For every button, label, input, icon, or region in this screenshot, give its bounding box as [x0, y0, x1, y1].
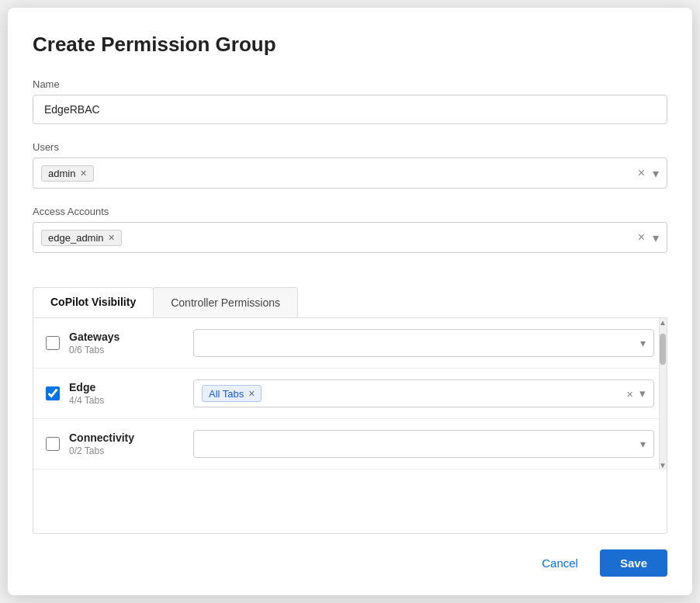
gateways-select-chevron: ▾: [640, 337, 646, 349]
tab-copilot-visibility[interactable]: CoPilot Visibility: [33, 287, 154, 317]
connectivity-info: Connectivity 0/2 Tabs: [69, 431, 162, 456]
tabs-section: CoPilot Visibility Controller Permission…: [33, 284, 667, 534]
edge-select[interactable]: All Tabs × × ▾: [193, 379, 654, 407]
account-tag-edge-admin: edge_admin ×: [41, 230, 122, 246]
permissions-scroll-area: Gateways 0/6 Tabs ▾ Edge 4/4 Tabs: [33, 318, 667, 470]
connectivity-checkbox[interactable]: [46, 437, 60, 451]
edge-tabs-count: 4/4 Tabs: [69, 395, 162, 406]
users-chevron-icon[interactable]: ▾: [653, 166, 659, 181]
gateways-name: Gateways: [69, 331, 162, 343]
connectivity-select[interactable]: ▾: [193, 430, 654, 458]
edge-info: Edge 4/4 Tabs: [69, 381, 162, 406]
access-accounts-select-actions: × ▾: [638, 230, 659, 245]
edge-tag-label: All Tabs: [209, 388, 244, 400]
gateways-select[interactable]: ▾: [193, 329, 654, 357]
scroll-down-arrow[interactable]: ▼: [659, 461, 667, 470]
tabs-row: CoPilot Visibility Controller Permission…: [33, 287, 667, 318]
permission-row-edge: Edge 4/4 Tabs All Tabs × × ▾: [33, 369, 667, 419]
user-tag-admin: admin ×: [41, 165, 94, 182]
tab-controller-permissions[interactable]: Controller Permissions: [153, 287, 298, 317]
gateways-tabs-count: 0/6 Tabs: [69, 345, 162, 355]
account-tag-label: edge_admin: [48, 232, 104, 244]
tab-content-copilot: Gateways 0/6 Tabs ▾ Edge 4/4 Tabs: [33, 318, 667, 534]
account-tag-remove[interactable]: ×: [109, 232, 115, 243]
name-label: Name: [33, 78, 667, 90]
access-clear-icon[interactable]: ×: [638, 230, 645, 244]
user-tag-remove[interactable]: ×: [80, 168, 86, 178]
users-multi-select[interactable]: admin × × ▾: [33, 158, 667, 189]
gateways-checkbox[interactable]: [46, 336, 60, 350]
connectivity-select-chevron: ▾: [640, 438, 646, 450]
create-permission-group-modal: Create Permission Group Name Users admin…: [8, 8, 692, 595]
save-button[interactable]: Save: [600, 549, 667, 577]
users-field-group: Users admin × × ▾: [33, 141, 667, 206]
modal-title: Create Permission Group: [33, 33, 667, 57]
edge-name: Edge: [69, 381, 162, 393]
permission-row-connectivity: Connectivity 0/2 Tabs ▾: [33, 419, 667, 470]
scroll-up-arrow[interactable]: ▲: [659, 318, 667, 327]
edge-all-tabs-tag: All Tabs ×: [202, 385, 262, 402]
users-clear-icon[interactable]: ×: [638, 166, 645, 180]
scroll-track: ▲ ▼: [659, 318, 667, 470]
access-accounts-label: Access Accounts: [33, 206, 667, 217]
modal-footer: Cancel Save: [33, 549, 667, 577]
scroll-thumb[interactable]: [660, 334, 666, 365]
gateways-info: Gateways 0/6 Tabs: [69, 331, 162, 355]
edge-select-clear[interactable]: ×: [626, 387, 633, 400]
edge-checkbox[interactable]: [46, 386, 60, 400]
access-accounts-field-group: Access Accounts edge_admin × × ▾: [33, 206, 667, 270]
users-label: Users: [33, 141, 667, 153]
name-field-group: Name: [33, 78, 667, 141]
edge-select-actions: × ▾: [626, 386, 646, 400]
connectivity-name: Connectivity: [69, 431, 162, 444]
permission-row-gateways: Gateways 0/6 Tabs ▾: [33, 318, 667, 369]
user-tag-label: admin: [48, 168, 75, 179]
access-chevron-icon[interactable]: ▾: [653, 230, 659, 245]
name-input[interactable]: [33, 95, 667, 124]
edge-select-chevron[interactable]: ▾: [639, 386, 646, 400]
edge-tag-remove[interactable]: ×: [248, 387, 255, 400]
cancel-button[interactable]: Cancel: [531, 550, 589, 576]
connectivity-tabs-count: 0/2 Tabs: [69, 445, 162, 456]
access-accounts-multi-select[interactable]: edge_admin × × ▾: [33, 222, 667, 253]
users-select-actions: × ▾: [638, 166, 659, 181]
